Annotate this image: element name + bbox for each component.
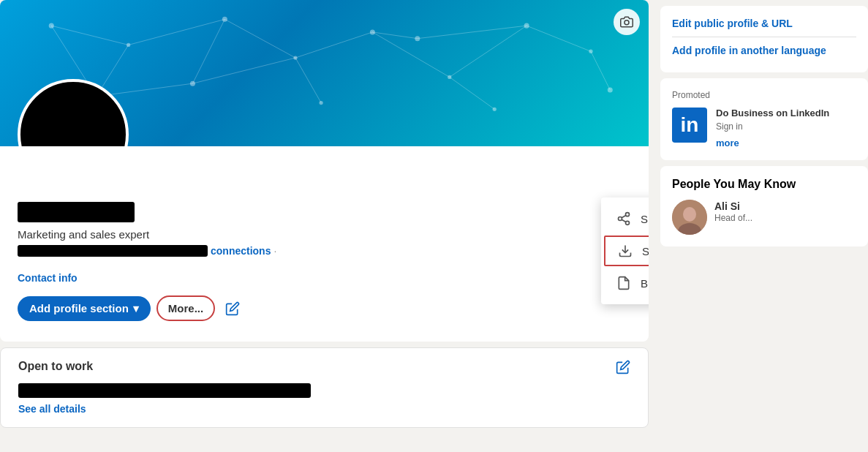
add-profile-language-link[interactable]: Add profile in another language: [672, 45, 856, 56]
edit-public-profile-link[interactable]: Edit public profile & URL: [672, 18, 856, 29]
edit-open-to-work-icon: [616, 360, 630, 374]
svg-line-25: [372, 32, 417, 39]
person-avatar: [672, 200, 707, 235]
linkedin-ad: in Do Business on LinkedIn Sign in more: [672, 108, 856, 148]
people-you-may-know-card: People You May Know Ali Si Head of...: [660, 166, 868, 246]
profile-actions: Add profile section ▾ More...: [0, 295, 649, 333]
svg-line-23: [192, 58, 295, 83]
open-to-work-edit-button[interactable]: [616, 360, 630, 377]
profile-settings-card: Edit public profile & URL Add profile in…: [660, 6, 868, 72]
svg-line-16: [224, 19, 295, 58]
person-info: Ali Si Head of...: [714, 200, 752, 223]
build-resume-label: Build a resume: [641, 277, 649, 290]
save-to-pdf-label: Save to PDF: [642, 245, 649, 257]
people-section-title: People You May Know: [672, 178, 856, 191]
connections-line: connections ·: [18, 245, 631, 257]
linkedin-logo: in: [672, 108, 707, 143]
svg-line-14: [51, 26, 128, 45]
sidebar-divider-1: [672, 37, 856, 37]
add-profile-section-button[interactable]: Add profile section ▾: [18, 296, 151, 321]
camera-icon: [620, 15, 633, 29]
share-icon: [616, 211, 632, 227]
svg-line-27: [591, 51, 610, 90]
open-to-work-title: Open to work: [18, 360, 93, 373]
promoted-card: Promoted in Do Business on LinkedIn Sign…: [660, 78, 868, 160]
save-to-pdf-item[interactable]: Save to PDF: [604, 236, 649, 266]
person-title: Head of...: [714, 213, 752, 223]
svg-line-24: [295, 58, 321, 102]
person-name: Ali Si: [714, 200, 740, 212]
edit-profile-button[interactable]: [221, 297, 244, 320]
svg-line-29: [192, 19, 224, 83]
svg-line-15: [129, 19, 225, 45]
svg-line-36: [622, 215, 626, 217]
share-profile-label: Share Profile via Message: [641, 213, 649, 225]
profile-tagline: Marketing and sales expert: [18, 228, 631, 241]
ad-text: Do Business on LinkedIn Sign in: [716, 108, 829, 132]
camera-button[interactable]: [614, 9, 640, 35]
profile-banner: [0, 0, 649, 146]
svg-point-34: [626, 221, 630, 225]
open-to-work-details-redacted: [18, 383, 311, 398]
open-to-work-card: Open to work See all details: [0, 347, 649, 428]
promoted-label: Promoted: [672, 90, 856, 100]
dot-separator: ·: [273, 245, 276, 257]
see-all-details-link[interactable]: See all details: [18, 403, 86, 415]
svg-line-20: [527, 26, 591, 51]
right-sidebar: Edit public profile & URL Add profile in…: [649, 0, 868, 434]
document-icon: [616, 275, 632, 291]
svg-point-31: [624, 20, 629, 25]
svg-line-17: [295, 32, 372, 58]
contact-info-link[interactable]: Contact info: [18, 272, 78, 284]
profile-info: Marketing and sales expert connections ·: [0, 184, 649, 271]
share-profile-item[interactable]: Share Profile via Message: [601, 203, 649, 234]
edit-icon: [225, 301, 240, 316]
svg-line-18: [372, 32, 449, 77]
more-button[interactable]: More...: [156, 295, 215, 321]
connections-bar-redacted: [18, 245, 208, 257]
connections-text: connections: [211, 245, 271, 257]
name-bar-redacted: [18, 202, 135, 222]
chevron-down-icon: ▾: [133, 302, 139, 315]
svg-point-33: [619, 217, 622, 221]
person-avatar-graphic: [672, 200, 707, 235]
ad-content: Do Business on LinkedIn Sign in more: [716, 108, 829, 148]
person-item: Ali Si Head of...: [672, 200, 856, 235]
ad-more-link[interactable]: more: [716, 138, 829, 148]
svg-point-32: [626, 213, 630, 216]
card-header: Open to work: [18, 360, 630, 377]
build-resume-item[interactable]: Build a resume: [601, 268, 649, 298]
svg-line-26: [450, 77, 494, 109]
more-dropdown-menu: Share Profile via Message Save to PDF: [601, 197, 649, 304]
svg-point-39: [683, 207, 696, 222]
svg-line-35: [622, 219, 626, 222]
download-icon: [617, 243, 633, 259]
add-section-label: Add profile section: [29, 302, 129, 314]
